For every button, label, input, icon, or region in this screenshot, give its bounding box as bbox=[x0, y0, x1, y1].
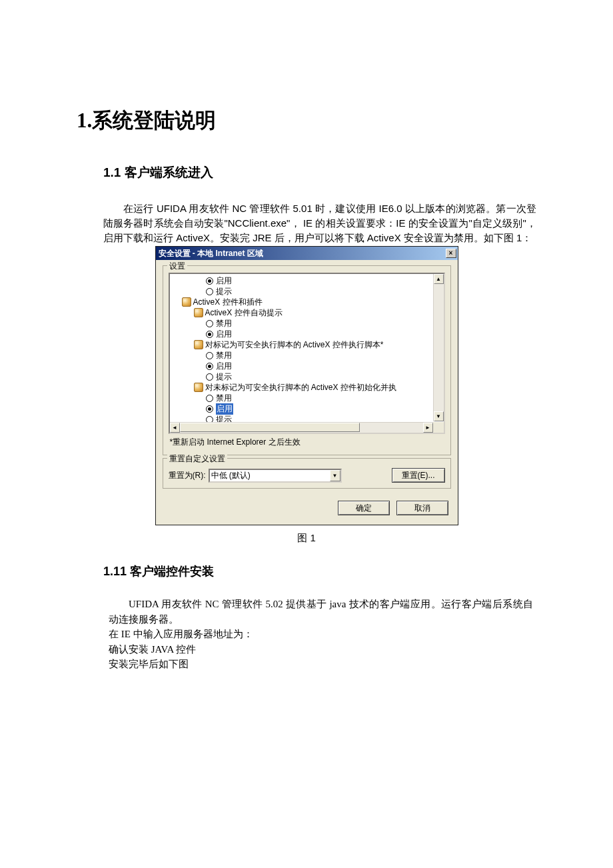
body-line-1: UFIDA 用友软件 NC 管理软件 5.02 提供基于 java 技术的客户端… bbox=[109, 597, 533, 627]
figure-1-caption: 图 1 bbox=[77, 532, 536, 545]
dialog-footer: 确定 取消 bbox=[156, 491, 458, 525]
tree-label: ActiveX 控件自动提示 bbox=[205, 307, 283, 319]
heading-1: 1.系统登陆说明 bbox=[77, 107, 536, 135]
tree-label: 对标记为可安全执行脚本的 ActiveX 控件执行脚本* bbox=[205, 339, 384, 351]
tree-node-autoprompt: ActiveX 控件自动提示 bbox=[173, 307, 444, 318]
radio-label: 提示 bbox=[216, 371, 232, 383]
scroll-up-icon[interactable]: ▲ bbox=[434, 274, 444, 284]
settings-group-label: 设置 bbox=[167, 261, 187, 272]
horizontal-scrollbar[interactable]: ◄ ► bbox=[170, 422, 433, 433]
scroll-thumb[interactable] bbox=[180, 423, 360, 432]
body-line-4: 安装完毕后如下图 bbox=[109, 657, 536, 672]
radio-disable-3[interactable]: 禁用 bbox=[173, 350, 444, 361]
dialog-title: 安全设置 - 本地 Intranet 区域 bbox=[159, 248, 263, 259]
radio-label-selected: 启用 bbox=[216, 403, 233, 415]
scroll-right-icon[interactable]: ► bbox=[423, 423, 433, 433]
dropdown-icon[interactable]: ▼ bbox=[330, 470, 340, 481]
security-settings-dialog: 安全设置 - 本地 Intranet 区域 × 设置 启用 提示 ActiveX… bbox=[155, 246, 458, 525]
scroll-down-icon[interactable]: ▼ bbox=[434, 411, 444, 421]
scroll-left-icon[interactable]: ◄ bbox=[170, 423, 180, 433]
radio-disable-4[interactable]: 禁用 bbox=[173, 393, 444, 403]
tree-node-unsafescript: 对未标记为可安全执行脚本的 ActiveX 控件初始化并执 bbox=[173, 382, 444, 393]
radio-enable-2[interactable]: 启用 bbox=[173, 329, 444, 339]
tree-node-activex: ActiveX 控件和插件 bbox=[173, 297, 444, 307]
tree-label: 对未标记为可安全执行脚本的 ActiveX 控件初始化并执 bbox=[205, 382, 396, 393]
radio-prompt-1[interactable]: 提示 bbox=[173, 286, 444, 297]
settings-tree: 启用 提示 ActiveX 控件和插件 ActiveX 控件自动提示 禁用 启用… bbox=[169, 273, 445, 434]
radio-label: 禁用 bbox=[216, 393, 232, 404]
radio-label: 启用 bbox=[216, 361, 232, 372]
heading-1-1: 1.1 客户端系统进入 bbox=[103, 164, 536, 181]
intro-paragraph: 在运行 UFIDA 用友软件 NC 管理软件 5.01 时，建议使用 IE6.0… bbox=[103, 201, 536, 245]
radio-enable-4[interactable]: 启用 bbox=[173, 403, 444, 414]
dialog-titlebar: 安全设置 - 本地 Intranet 区域 × bbox=[156, 247, 458, 260]
tree-node-safescript: 对标记为可安全执行脚本的 ActiveX 控件执行脚本* bbox=[173, 339, 444, 350]
figure-1-wrap: 安全设置 - 本地 Intranet 区域 × 设置 启用 提示 ActiveX… bbox=[103, 246, 510, 525]
tree-label: ActiveX 控件和插件 bbox=[193, 297, 263, 308]
settings-groupbox: 设置 启用 提示 ActiveX 控件和插件 ActiveX 控件自动提示 禁用… bbox=[163, 265, 451, 455]
vertical-scrollbar[interactable]: ▲ ▼ bbox=[433, 274, 444, 421]
reset-group-label: 重置自定义设置 bbox=[167, 453, 227, 465]
radio-prompt-3[interactable]: 提示 bbox=[173, 371, 444, 382]
radio-label: 禁用 bbox=[216, 350, 232, 361]
gear-icon bbox=[194, 383, 203, 392]
radio-label: 启用 bbox=[216, 329, 232, 340]
radio-enable-1[interactable]: 启用 bbox=[173, 275, 444, 286]
body-line-3: 确认安装 JAVA 控件 bbox=[109, 642, 536, 657]
close-button[interactable]: × bbox=[446, 249, 456, 258]
radio-disable-2[interactable]: 禁用 bbox=[173, 318, 444, 329]
body-line-2: 在 IE 中输入应用服务器地址为： bbox=[109, 627, 536, 642]
reset-to-label: 重置为(R): bbox=[169, 470, 206, 481]
section-1-11-body: UFIDA 用友软件 NC 管理软件 5.02 提供基于 java 技术的客户端… bbox=[109, 597, 536, 672]
reset-button[interactable]: 重置(E)... bbox=[392, 468, 445, 483]
radio-label: 启用 bbox=[216, 275, 232, 287]
radio-label: 禁用 bbox=[216, 318, 232, 329]
reset-groupbox: 重置自定义设置 重置为(R): 中低 (默认) ▼ 重置(E)... bbox=[163, 458, 451, 489]
gear-icon bbox=[182, 297, 191, 307]
heading-1-11: 1.11 客户端控件安装 bbox=[103, 563, 536, 579]
reset-level-combobox[interactable]: 中低 (默认) ▼ bbox=[209, 469, 342, 483]
cancel-button[interactable]: 取消 bbox=[396, 501, 448, 515]
gear-icon bbox=[194, 340, 203, 349]
reset-level-value: 中低 (默认) bbox=[211, 470, 251, 481]
radio-enable-3[interactable]: 启用 bbox=[173, 361, 444, 371]
scroll-corner bbox=[433, 422, 444, 433]
gear-icon bbox=[194, 308, 203, 317]
radio-label: 提示 bbox=[216, 286, 232, 297]
ok-button[interactable]: 确定 bbox=[338, 501, 390, 515]
restart-note: *重新启动 Internet Explorer 之后生效 bbox=[170, 437, 444, 448]
